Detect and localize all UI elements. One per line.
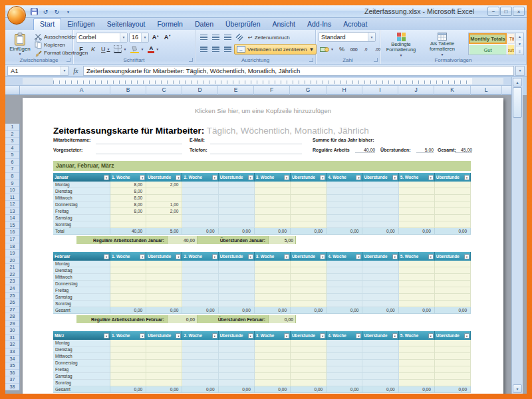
align-top-button[interactable]: [198, 32, 209, 43]
accounting-format-button[interactable]: ▼: [319, 44, 335, 55]
bold-button[interactable]: F: [76, 44, 86, 55]
row-header-11[interactable]: 11: [5, 194, 19, 201]
gallery-scroll-up[interactable]: ▲: [516, 33, 523, 41]
value-cell[interactable]: [182, 380, 218, 386]
increase-decimal-button[interactable]: ,0: [360, 44, 371, 55]
row-header-5[interactable]: 5: [5, 152, 19, 159]
value-cell[interactable]: [362, 221, 398, 228]
value-cell[interactable]: [291, 188, 327, 195]
value-cell[interactable]: [219, 201, 255, 208]
value-cell[interactable]: [182, 294, 218, 301]
value-cell[interactable]: [362, 294, 398, 301]
row-header-4[interactable]: 4: [5, 145, 19, 152]
value-cell[interactable]: [110, 221, 146, 228]
name-box[interactable]: A1 ▼: [7, 66, 68, 76]
value-cell[interactable]: [327, 346, 362, 353]
value-cell[interactable]: [255, 346, 291, 353]
column-header-d[interactable]: D: [182, 86, 218, 95]
value-cell[interactable]: [362, 188, 398, 195]
value-cell[interactable]: [110, 340, 146, 346]
value-cell[interactable]: [146, 274, 182, 281]
gallery-scroll-down[interactable]: ▼: [516, 41, 523, 48]
value-cell[interactable]: [399, 261, 435, 267]
value-cell[interactable]: [110, 274, 146, 281]
value-cell[interactable]: [182, 287, 218, 294]
value-cell[interactable]: [291, 208, 327, 215]
quarter-header[interactable]: Januar, Februar, März: [53, 161, 471, 171]
filter-button[interactable]: ▼: [104, 254, 109, 259]
value-cell[interactable]: [327, 215, 362, 221]
value-cell[interactable]: [255, 274, 291, 281]
value-cell[interactable]: [291, 353, 327, 360]
row-header-35[interactable]: 35: [5, 362, 19, 370]
table-header-week[interactable]: Überstunde▼: [146, 331, 182, 340]
value-cell[interactable]: [435, 301, 471, 307]
value-cell[interactable]: 1,00: [146, 201, 182, 208]
employee-name-label[interactable]: Mitarbeitername:: [53, 138, 90, 142]
day-cell[interactable]: Mittwoch: [53, 353, 110, 360]
total-cell[interactable]: 0,00: [219, 386, 255, 393]
summary-value-cell[interactable]: 5,00: [268, 236, 296, 244]
total-cell[interactable]: 0,00: [399, 307, 435, 314]
value-cell[interactable]: [182, 340, 218, 346]
value-cell[interactable]: [362, 208, 398, 215]
value-cell[interactable]: [255, 366, 291, 373]
row-header-9[interactable]: 9: [5, 180, 19, 188]
value-cell[interactable]: [146, 267, 182, 274]
header-placeholder[interactable]: Klicken Sie hier, um eine Kopfzeile hinz…: [23, 107, 503, 114]
value-cell[interactable]: [255, 208, 291, 215]
value-cell[interactable]: [362, 353, 398, 360]
value-cell[interactable]: [219, 353, 255, 360]
filter-button[interactable]: ▼: [104, 175, 109, 180]
tab-ansicht[interactable]: Ansicht: [267, 19, 301, 30]
value-cell[interactable]: [435, 208, 471, 215]
value-cell[interactable]: [146, 281, 182, 287]
row-header-10[interactable]: 10: [5, 187, 19, 194]
undo-button[interactable]: ↺: [41, 7, 51, 17]
row-header-20[interactable]: 20: [5, 257, 19, 265]
day-cell[interactable]: Freitag: [53, 287, 110, 294]
value-cell[interactable]: [327, 201, 362, 208]
value-cell[interactable]: [435, 346, 471, 353]
value-cell[interactable]: 8,00: [110, 188, 146, 195]
total-cell[interactable]: 0,00: [362, 228, 398, 235]
row-header-8[interactable]: 8: [5, 173, 19, 180]
value-cell[interactable]: [435, 281, 471, 287]
table-header-week[interactable]: Überstunde▼: [219, 173, 255, 182]
day-cell[interactable]: Sonntag: [53, 221, 110, 228]
value-cell[interactable]: [291, 380, 327, 386]
value-cell[interactable]: [362, 346, 398, 353]
value-cell[interactable]: [255, 301, 291, 307]
column-header-k[interactable]: K: [434, 86, 471, 95]
total-cell[interactable]: 0,00: [219, 228, 255, 235]
value-cell[interactable]: [362, 287, 398, 294]
save-button[interactable]: [29, 7, 39, 17]
row-header-3[interactable]: 3: [5, 138, 19, 145]
value-cell[interactable]: [182, 366, 218, 373]
value-cell[interactable]: [291, 294, 327, 301]
row-header-6[interactable]: 6: [5, 159, 19, 166]
value-cell[interactable]: [219, 195, 255, 201]
total-cell[interactable]: 0,00: [327, 307, 362, 314]
regular-hours-value[interactable]: 40,00: [355, 148, 375, 153]
value-cell[interactable]: [146, 366, 182, 373]
value-cell[interactable]: [255, 373, 291, 380]
row-header-1[interactable]: 1: [5, 124, 19, 131]
conditional-formatting-button[interactable]: Bedingte Formatierung ▼: [380, 30, 422, 57]
total-label-cell[interactable]: Total: [53, 228, 110, 235]
value-cell[interactable]: [362, 340, 398, 346]
value-cell[interactable]: [255, 188, 291, 195]
value-cell[interactable]: 8,00: [110, 182, 146, 188]
day-cell[interactable]: Sonntag: [53, 301, 110, 307]
table-header-week[interactable]: 5. Woche▼: [399, 252, 435, 261]
row-header-17[interactable]: 17: [5, 236, 19, 243]
align-center-button[interactable]: [210, 44, 221, 55]
table-header-week[interactable]: 5. Woche▼: [399, 331, 435, 340]
table-header-week[interactable]: 4. Woche▼: [327, 331, 362, 340]
value-cell[interactable]: [219, 373, 255, 380]
supervisor-label[interactable]: Vorgesetzter:: [53, 148, 82, 152]
value-cell[interactable]: [291, 221, 327, 228]
redo-button[interactable]: ↻: [52, 7, 62, 17]
value-cell[interactable]: [146, 360, 182, 366]
day-cell[interactable]: Donnerstag: [53, 201, 110, 208]
